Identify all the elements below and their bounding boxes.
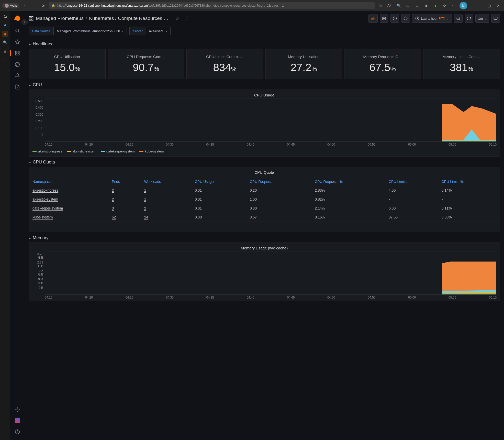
workloads-link[interactable]: 1 [141, 186, 191, 195]
ext1-icon[interactable]: ◆ [423, 2, 430, 9]
var-cluster[interactable]: cluster aks-user1⌄ [129, 27, 170, 35]
dashboard-scroll[interactable]: ⌄Headlines CPU Utilisation15.0%CPU Reque… [25, 38, 504, 440]
ext2-icon[interactable]: ● [432, 2, 439, 9]
legend-swatch [139, 151, 143, 152]
table-header[interactable]: Namespace [29, 178, 108, 186]
help-icon[interactable] [12, 427, 23, 437]
info-button[interactable] [390, 14, 399, 23]
tab-item-4[interactable]: ⊞ [2, 48, 8, 54]
stat-title: CPU Utilisation [31, 54, 103, 59]
alerting-icon[interactable] [12, 71, 23, 81]
favorites-icon[interactable]: ☆ [413, 2, 421, 9]
view-mode-button[interactable] [491, 14, 500, 23]
panel-memory-usage[interactable]: Memory Usage (w/o cache) 3.73 GiB2.79 Gi… [29, 243, 500, 301]
sidebar-expand-toggle[interactable]: › [21, 19, 28, 25]
admin-icon[interactable] [12, 415, 23, 426]
zoom-out-button[interactable] [454, 14, 463, 23]
new-tab[interactable]: ＋ [2, 57, 8, 63]
tab-item-grafana[interactable]: ◉ [2, 31, 8, 37]
legend-item[interactable]: gatekeeper-system [101, 149, 135, 153]
star-dashboard-icon[interactable]: ☆ [175, 16, 180, 21]
tabs-toggle[interactable]: 🗂 [2, 13, 8, 19]
axis-tick: 04:50 [327, 143, 335, 146]
var-datasource[interactable]: Data Source Managed_Prometheus_amonbrk22… [29, 27, 127, 35]
stat-panel[interactable]: Memory Utilisation27.2% [265, 49, 342, 79]
table-header[interactable]: CPU Requests [246, 178, 311, 186]
zoom-icon[interactable]: 🔍 [395, 2, 402, 9]
forward-button[interactable]: → [30, 2, 38, 9]
refresh-button[interactable]: ⟳ [40, 2, 47, 9]
copilot-button[interactable]: b [460, 2, 467, 9]
dashboard-settings-button[interactable] [401, 14, 410, 23]
address-bar[interactable]: 🔒 https://amguser14422-cyg3dnehhnabdwgh.… [49, 2, 375, 9]
var-datasource-value: Managed_Prometheus_amonbrk225h6838 [57, 29, 120, 33]
ns-link[interactable]: aks-istio-ingress [29, 186, 108, 195]
max-button[interactable]: ▢ [486, 2, 493, 9]
stat-panel[interactable]: CPU Limits Commit…834% [186, 49, 263, 79]
translate-icon[interactable]: 🖭 [404, 2, 411, 9]
ns-link[interactable]: aks-istio-system [29, 195, 108, 204]
stat-value: 67.5% [347, 61, 418, 74]
stat-panel[interactable]: CPU Utilisation15.0% [29, 49, 106, 79]
row-cpu-quota[interactable]: ⌄CPU Quota [29, 157, 500, 167]
svg-rect-17 [494, 17, 497, 19]
stat-title: CPU Requests Com… [110, 54, 182, 59]
row-cpu[interactable]: ⌄CPU [29, 79, 500, 90]
legend-item[interactable]: aks-istio-ingress [32, 149, 62, 153]
stat-panel[interactable]: CPU Requests Com…90.7% [108, 49, 185, 79]
reports-icon[interactable] [12, 82, 23, 92]
table-header[interactable]: Workloads [141, 178, 191, 186]
axis-tick: 04:55 [368, 296, 375, 299]
legend-item[interactable]: aks-istio-system [67, 149, 96, 153]
close-button[interactable]: ✕ [495, 2, 502, 9]
profile-pill[interactable]: Work [2, 3, 19, 8]
workloads-link[interactable]: 2 [141, 204, 191, 213]
table-header[interactable]: CPU Usage [191, 178, 246, 186]
dashboards-icon[interactable] [12, 48, 23, 58]
ns-link[interactable]: gatekeeper-system [29, 204, 108, 213]
legend-item[interactable]: kube-system [139, 149, 164, 153]
table-header[interactable]: CPU Limits % [438, 178, 500, 186]
pods-link[interactable]: 3 [108, 204, 140, 213]
table-header[interactable]: CPU Limits [385, 178, 438, 186]
tab-item-3[interactable]: 🔍 [2, 39, 8, 46]
back-button[interactable]: ← [21, 2, 28, 9]
refresh-dashboard-button[interactable] [465, 14, 473, 23]
refresh-interval-picker[interactable]: 1m ⌄ [475, 14, 489, 23]
more-icon[interactable]: ⋯ [450, 2, 457, 9]
explore-icon[interactable] [12, 59, 23, 70]
pods-link[interactable]: 52 [108, 213, 140, 222]
ns-link[interactable]: kube-system [29, 213, 108, 222]
breadcrumb-root[interactable]: Managed Prometheus [36, 16, 84, 21]
panel-cpu-quota[interactable]: CPU Quota NamespacePodsWorkloadsCPU Usag… [29, 167, 500, 232]
cell: 0.20 [246, 186, 311, 195]
axis-tick: 04:15 [45, 296, 52, 299]
chart-plot[interactable] [45, 98, 497, 142]
panel-cpu-usage[interactable]: CPU Usage 0.5000.4000.3000.2000.1000 [29, 90, 500, 157]
settings-icon[interactable] [12, 404, 23, 414]
save-button[interactable] [380, 14, 388, 23]
grafana-logo[interactable] [13, 14, 21, 23]
pods-link[interactable]: 2 [108, 195, 140, 204]
workloads-link[interactable]: 24 [141, 213, 191, 222]
row-memory[interactable]: ⌄Memory [29, 232, 500, 243]
pods-link[interactable]: 2 [108, 186, 140, 195]
add-panel-button[interactable] [368, 14, 378, 23]
stat-panel[interactable]: Memory Limits Com…381% [423, 49, 500, 79]
time-range-picker[interactable]: Last 1 hour UTC ⌄ [412, 14, 452, 23]
chart-plot[interactable] [45, 251, 497, 295]
stat-panel[interactable]: Memory Requests C…67.5% [344, 49, 421, 79]
tab-item-1[interactable]: A [2, 22, 8, 28]
star-icon[interactable] [12, 37, 23, 47]
search-icon[interactable] [12, 26, 23, 36]
app-icon[interactable]: ⊞ [377, 2, 384, 9]
read-aloud-icon[interactable]: A⁺ [386, 2, 393, 9]
table-header[interactable]: Pods [108, 178, 140, 186]
min-button[interactable]: — [476, 2, 484, 9]
table-header[interactable]: CPU Requests % [311, 178, 385, 186]
ext-refresh-icon[interactable]: ⟳ [441, 2, 448, 9]
row-headlines[interactable]: ⌄Headlines [29, 38, 500, 49]
cell: 0.80% [438, 213, 500, 222]
share-icon[interactable]: ⤴ [186, 16, 188, 21]
workloads-link[interactable]: 1 [141, 195, 191, 204]
